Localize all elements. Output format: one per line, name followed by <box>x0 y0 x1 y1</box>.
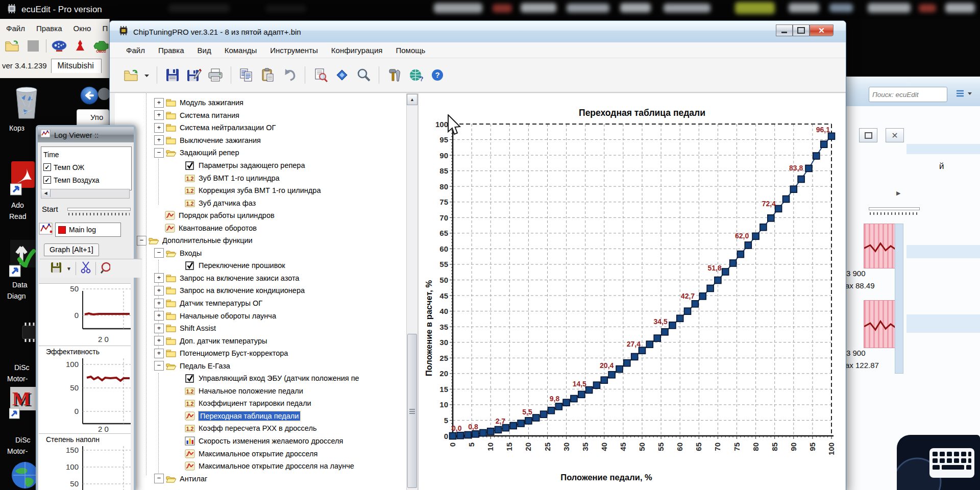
tree-item[interactable]: Максимальное открытие дросселя <box>115 447 407 460</box>
tree-item[interactable]: +Выключение зажигания <box>115 134 407 147</box>
tree-item[interactable]: +Датчик температуры ОГ <box>115 297 407 310</box>
mini-slider[interactable] <box>869 207 920 210</box>
channel-checkbox[interactable]: ✓ <box>43 163 51 171</box>
ecuedit-menu-3[interactable]: П <box>102 24 108 33</box>
tree-item[interactable]: Максимальное открытие дросселя на лаунче <box>115 460 407 473</box>
cut-icon[interactable] <box>80 261 91 276</box>
open-file-icon[interactable] <box>4 38 20 54</box>
recycle-bin-icon[interactable] <box>12 85 41 124</box>
scroll-up-icon[interactable]: ▲ <box>407 94 418 105</box>
log-select-combo[interactable]: Main log <box>55 223 121 237</box>
tree-scrollbar[interactable]: ▲ <box>406 93 418 490</box>
scroll-left-icon[interactable]: ◀ <box>41 189 51 197</box>
tree-item[interactable]: +Shift Assist <box>115 322 407 335</box>
tree-item[interactable]: −Педаль Е-Газа <box>115 359 407 372</box>
zoom-icon-partial[interactable] <box>100 261 110 276</box>
scroll-right-icon[interactable]: ▶ <box>896 190 900 197</box>
tree-item[interactable]: Параметры задающего репера <box>115 159 407 172</box>
tree-item[interactable]: Скорость изменения желаемого дросселя <box>115 435 407 448</box>
obd2-icon[interactable]: OBD2 <box>93 38 109 54</box>
expand-icon[interactable]: + <box>154 349 164 358</box>
back-button[interactable] <box>80 86 110 107</box>
print-icon[interactable] <box>207 67 224 83</box>
find-doc-icon[interactable] <box>312 67 329 83</box>
tree-item[interactable]: 1.2Коэфф пересчета РХХ в дроссель <box>115 422 407 435</box>
expand-icon[interactable]: + <box>154 135 164 145</box>
expand-icon[interactable]: + <box>154 324 164 333</box>
ecuedit-menu-1[interactable]: Правка <box>36 24 62 33</box>
stop-icon[interactable] <box>25 38 41 54</box>
maximize-button[interactable] <box>793 24 810 36</box>
tree-item[interactable]: +Потенциометр Буст-корректора <box>115 347 407 360</box>
expand-icon[interactable]: + <box>154 286 164 296</box>
tools-icon[interactable] <box>386 67 403 83</box>
subaru-brand-icon[interactable] <box>51 38 67 54</box>
collapse-icon[interactable]: − <box>154 474 164 483</box>
channel-listbox[interactable]: Time✓Темп ОЖ✓Темп Воздуха <box>41 146 132 190</box>
collapse-icon[interactable]: − <box>154 248 164 258</box>
tree-item[interactable]: 1.2Коэффициент тарировки педали <box>115 397 407 410</box>
tree-item[interactable]: −Дополнительные функции <box>115 234 407 247</box>
tree-item[interactable]: Переключение прошивок <box>115 259 407 272</box>
tree-item[interactable]: Порядок работы цилиндров <box>115 209 407 222</box>
pedal-transition-chart[interactable]: 0055101015152020252530303535404045455050… <box>419 93 845 490</box>
save-icon[interactable] <box>50 261 62 276</box>
ecuedit-tab-mitsubishi[interactable]: Mitsubishi <box>51 59 102 73</box>
start-slider[interactable] <box>67 208 131 211</box>
ctp-menu-4[interactable]: Инструменты <box>270 46 318 55</box>
open-dropdown-icon[interactable] <box>144 70 150 80</box>
open-file-icon[interactable] <box>123 67 139 83</box>
ctp-menu-0[interactable]: Файл <box>126 46 145 55</box>
info-diamond-icon[interactable] <box>334 67 350 83</box>
tree-item[interactable]: −Задающий репер <box>115 146 407 159</box>
tree-item[interactable]: +Система питания <box>115 109 407 122</box>
channel-item[interactable]: ✓Темп Воздуха <box>43 174 131 186</box>
tree-item[interactable]: 1.2Зуб датчика фаз <box>115 197 407 209</box>
network-icon[interactable]: ? <box>408 67 424 83</box>
ctp-menu-6[interactable]: Помощь <box>396 46 425 55</box>
tree-item[interactable]: +Модуль зажигания <box>115 96 407 109</box>
tree-item[interactable]: +Доп. датчик температуры <box>115 334 407 347</box>
organize-button-fragment[interactable]: Упо <box>77 109 109 127</box>
tab-graph[interactable]: Graph [Alt+1] <box>44 243 99 256</box>
adobe-reader-icon[interactable] <box>10 160 36 202</box>
expand-icon[interactable]: + <box>154 123 164 133</box>
meter-scrollbar[interactable] <box>895 224 903 374</box>
mdi-close-button[interactable]: ✕ <box>886 128 904 142</box>
tree-item[interactable]: −Антилаг <box>115 472 407 485</box>
search-input[interactable] <box>869 87 947 102</box>
collapse-icon[interactable]: − <box>154 148 164 158</box>
motordata-icon[interactable]: MM <box>9 386 37 425</box>
ctp-menu-3[interactable]: Команды <box>225 46 257 55</box>
minimize-button[interactable] <box>776 24 793 36</box>
expand-icon[interactable]: + <box>154 273 164 283</box>
graph-icon[interactable] <box>39 222 53 237</box>
close-button[interactable]: ✕ <box>810 24 834 36</box>
collapse-icon[interactable]: − <box>137 236 146 246</box>
tree-item[interactable]: Квантование оборотов <box>115 222 407 234</box>
save-dropdown-icon[interactable]: ▼ <box>66 266 71 272</box>
copy-icon[interactable] <box>238 67 255 83</box>
mdi-restore-button[interactable] <box>859 128 877 142</box>
tree-item[interactable]: +Запрос на включение кондиционера <box>115 284 407 297</box>
ecuedit-menu-2[interactable]: Окно <box>74 24 91 33</box>
ecuedit-menu-0[interactable]: Файл <box>6 24 25 33</box>
ctp-menu-1[interactable]: Правка <box>158 46 184 55</box>
listbox-hscrollbar[interactable]: ◀ <box>41 189 130 199</box>
mitsubishi-brand-icon[interactable] <box>72 38 88 54</box>
data-diagn-icon[interactable] <box>9 239 38 282</box>
ctp-menu-2[interactable]: Вид <box>198 46 211 55</box>
expand-icon[interactable]: + <box>154 311 164 321</box>
tree-item[interactable]: 1.2Начальное положение педали <box>115 385 407 398</box>
list-options-icon[interactable] <box>955 89 973 100</box>
channel-checkbox[interactable]: ✓ <box>43 176 51 184</box>
save-as-icon[interactable] <box>186 67 202 83</box>
tree-item[interactable]: Переходная таблица педали <box>115 410 407 423</box>
zoom-icon[interactable] <box>355 67 372 83</box>
help-icon[interactable]: ? <box>429 67 446 83</box>
tree-item[interactable]: +Начальные обороты лаунча <box>115 309 407 322</box>
touch-keyboard-button[interactable] <box>897 435 980 490</box>
tree-item[interactable]: +Запрос на включение закиси азота <box>115 272 407 285</box>
channel-item[interactable]: ✓Темп ОЖ <box>43 161 131 174</box>
save-icon[interactable] <box>164 67 181 83</box>
